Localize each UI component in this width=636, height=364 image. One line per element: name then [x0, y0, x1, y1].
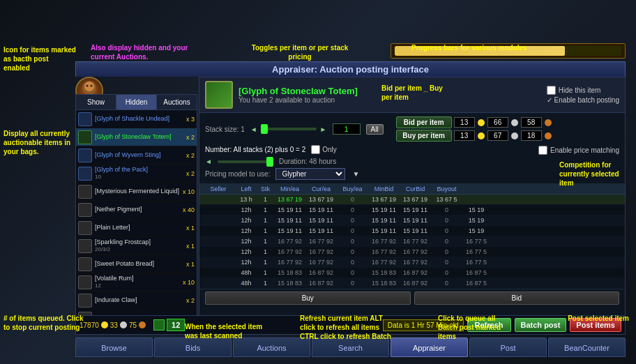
- item-count: x 2: [186, 170, 195, 177]
- price-matching-input[interactable]: [538, 146, 547, 155]
- list-item[interactable]: [Glyph of Stoneclaw Totem] x 2: [76, 128, 197, 146]
- tab-hidden[interactable]: Hidden: [116, 95, 157, 109]
- data-age-display: Data is 1 Hr 57 Min old: [383, 319, 464, 331]
- batch-post-button[interactable]: Batch post: [515, 318, 567, 332]
- table-row[interactable]: 12h 1 15 19 11 15 19 11 0 15 19 11 15 19…: [199, 215, 625, 226]
- item-count: x 3: [186, 116, 195, 123]
- table-row[interactable]: 48h 1 15 18 83 16 87 92 0 15 18 83 16 87…: [199, 278, 625, 289]
- item-name: [Sweet Potato Bread]: [95, 260, 185, 268]
- item-count: x 2: [186, 134, 195, 141]
- tab-auctions[interactable]: Auctions: [157, 95, 197, 109]
- tab-browse[interactable]: Browse: [75, 338, 153, 357]
- hide-item-input[interactable]: [547, 86, 556, 95]
- buy-per-item-button[interactable]: Buy per item: [396, 130, 452, 142]
- col-buy-ea: Buy/ea: [337, 185, 368, 193]
- list-item[interactable]: [Plain Letter] x 1: [76, 219, 197, 237]
- silver-amount: 33: [110, 321, 118, 329]
- item-count: x 10: [183, 279, 195, 286]
- list-item[interactable]: [Glyph of Shackle Undead] x 3: [76, 110, 197, 128]
- tab-show[interactable]: Show: [76, 95, 116, 109]
- list-item[interactable]: [Volatile Rum] 12 x 10: [76, 273, 197, 291]
- appraiser-title: Appraiser: Auction posting interface: [272, 64, 429, 75]
- tab-search[interactable]: Search: [312, 338, 389, 357]
- appraiser-title-bar: Appraiser: Auction posting interface: [75, 61, 626, 77]
- stack-slider-row: ◄ ►: [250, 126, 327, 133]
- progress-bar-area: Appraiser has 12 more items to post: [391, 43, 626, 59]
- enable-batch-check[interactable]: ✓ Enable batch posting: [547, 96, 619, 104]
- tab-bids[interactable]: Bids: [154, 338, 232, 357]
- svg-point-2: [84, 82, 94, 91]
- duration-row: ◄ Duration: 48 hours: [205, 158, 619, 165]
- main-content-panel: [Glyph of Stoneclaw Totem] You have 2 av…: [199, 77, 626, 319]
- list-item[interactable]: [Glyph of the Pack] 10 x 2: [76, 165, 197, 183]
- item-count: x 10: [183, 188, 195, 195]
- buy-silver-input[interactable]: [487, 130, 508, 141]
- list-item[interactable]: [Glyph of Wyvern Sting] x 2: [76, 146, 197, 165]
- list-item[interactable]: [Sparkling Frostcap] 20/3/2 x 1: [76, 237, 197, 255]
- show-hide-tabs: Show Hidden Auctions: [76, 95, 197, 110]
- item-icon: [78, 257, 92, 271]
- item-options: Hide this item ✓ Enable batch posting: [547, 86, 619, 104]
- col-cur-bid: CurBid: [400, 185, 431, 193]
- buy-action-button[interactable]: Buy: [205, 291, 411, 305]
- only-check[interactable]: Only: [311, 145, 337, 154]
- item-icon: [78, 239, 92, 253]
- buy-bid-action-row: Buy Bid: [199, 289, 625, 307]
- list-item[interactable]: [Indurate Claw] x 2: [76, 291, 197, 310]
- buy-copper-input[interactable]: [521, 130, 542, 141]
- item-name: [Glyph of the Pack]: [95, 166, 185, 174]
- list-item[interactable]: [Mysterious Fermented Liquid] x 10: [76, 183, 197, 201]
- table-row[interactable]: 12h 1 15 19 11 15 19 11 0 15 19 11 15 19…: [199, 226, 625, 236]
- table-row[interactable]: 48h 1 15 18 83 16 87 92 0 15 18 83 16 87…: [199, 268, 625, 278]
- col-left: Left: [236, 185, 257, 193]
- item-icon: [78, 203, 92, 217]
- tab-appraiser[interactable]: Appraiser: [391, 338, 468, 357]
- stacks-info-row: Number: All stacks (2) plus 0 = 2 Only E…: [205, 144, 619, 155]
- table-row[interactable]: 12h 1 16 77 92 16 77 92 0 16 77 92 16 77…: [199, 257, 625, 268]
- item-name: [Plain Letter]: [95, 224, 185, 232]
- bid-action-button[interactable]: Bid: [414, 291, 620, 305]
- svg-point-3: [86, 85, 89, 87]
- col-stk: Stk: [257, 185, 274, 193]
- hide-item-check[interactable]: Hide this item: [547, 86, 619, 95]
- bid-silver-input[interactable]: [487, 117, 508, 128]
- table-row[interactable]: 12h 1 16 77 92 16 77 92 0 16 77 92 16 77…: [199, 236, 625, 247]
- pricing-model-select[interactable]: Glypher Default Threshold: [275, 168, 345, 180]
- refresh-button[interactable]: Refresh: [467, 318, 511, 332]
- table-row[interactable]: 13 h 1 13 67 19 13 67 19 0 13 67 19 13 6…: [199, 195, 625, 205]
- tab-post[interactable]: Post: [469, 338, 547, 357]
- stack-slider[interactable]: [261, 128, 317, 130]
- item-icon: [78, 221, 92, 235]
- stack-label: Stack size: 1: [205, 126, 245, 133]
- item-count: x 40: [183, 206, 195, 213]
- gold-amount: 17870: [80, 321, 99, 329]
- table-row[interactable]: 12h 1 16 77 92 16 77 92 0 16 77 92 16 77…: [199, 247, 625, 257]
- silver-coin-icon: [120, 321, 127, 328]
- qty-input[interactable]: [333, 123, 361, 135]
- table-row[interactable]: 12h 1 15 19 11 15 19 11 0 15 19 11 15 19…: [199, 205, 625, 215]
- item-icon: [78, 112, 92, 126]
- price-matching-check[interactable]: Enable price matching: [538, 146, 619, 155]
- buy-copper-coin: [545, 132, 552, 139]
- item-name: [Volatile Rum]: [95, 275, 181, 282]
- buy-silver-coin: [511, 132, 518, 139]
- buy-gold-input[interactable]: [454, 130, 475, 141]
- queue-counter[interactable]: 12: [167, 319, 185, 331]
- competition-section: Seller Left Stk Min/ea Cur/ea Buy/ea Min…: [199, 184, 625, 289]
- list-item[interactable]: [Sweet Potato Bread] x 1: [76, 255, 197, 273]
- bid-per-item-button[interactable]: Bid per item: [396, 116, 452, 128]
- all-button[interactable]: All: [366, 124, 384, 135]
- currency-display: 17870 33 75: [80, 321, 146, 329]
- post-items-button[interactable]: Post items: [570, 318, 621, 332]
- col-cur-ea: Cur/ea: [305, 185, 337, 193]
- list-item[interactable]: [Nether Pigment] x 40: [76, 201, 197, 219]
- duration-slider[interactable]: [218, 160, 273, 163]
- bid-copper-input[interactable]: [521, 117, 542, 128]
- tab-beancounter[interactable]: BeanCounter: [548, 338, 626, 357]
- item-icon: [78, 275, 92, 289]
- tab-auctions[interactable]: Auctions: [233, 338, 310, 357]
- bid-gold-input[interactable]: [454, 117, 475, 128]
- item-count: x 1: [186, 243, 195, 250]
- only-checkbox[interactable]: [311, 145, 320, 154]
- item-name: [Indurate Claw]: [95, 296, 185, 304]
